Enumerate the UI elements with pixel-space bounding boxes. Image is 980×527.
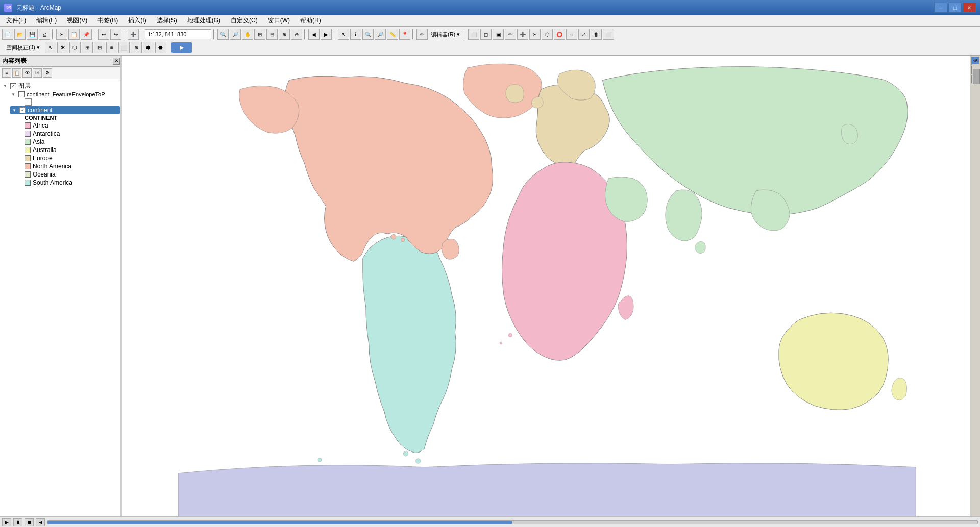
tb-info[interactable]: ℹ <box>350 29 361 40</box>
tb-cut[interactable]: ✂ <box>56 29 67 40</box>
legend-item-asia[interactable]: Asia <box>24 138 120 146</box>
africa-swatch <box>24 122 31 129</box>
tb-zoom-in[interactable]: 🔍 <box>217 29 229 40</box>
tb-print[interactable]: 🖨 <box>39 29 50 40</box>
bottom-btn-4[interactable]: ◀ <box>36 518 45 526</box>
tb-fixed-zoom-in[interactable]: ⊕ <box>279 29 290 40</box>
tb-more-8[interactable]: ⭕ <box>554 29 565 40</box>
spatial-correction-label[interactable]: 空间校正(J) ▾ <box>2 44 44 52</box>
tb-more-10[interactable]: ⤢ <box>578 29 590 40</box>
panel-tb-list-by-selection[interactable]: ☑ <box>33 68 42 78</box>
layers-root[interactable]: ▼ 图层 <box>2 81 120 91</box>
tb-more-4[interactable]: ✏ <box>505 29 516 40</box>
bottom-btn-1[interactable]: ▶ <box>2 518 11 526</box>
tb-more-1[interactable]: ⬜ <box>468 29 479 40</box>
menu-window[interactable]: 窗口(W) <box>264 15 294 26</box>
menu-edit[interactable]: 编辑(E) <box>32 15 61 26</box>
panel-tb-options[interactable]: ⚙ <box>43 68 52 78</box>
tb-more-7[interactable]: ⬡ <box>542 29 553 40</box>
legend-item-antarctica[interactable]: Antarctica <box>24 130 120 138</box>
continent-label: continent <box>28 107 53 114</box>
tb-undo[interactable]: ↩ <box>98 29 109 40</box>
tb-next-extent[interactable]: ▶ <box>321 29 332 40</box>
tb-more-3[interactable]: ▣ <box>493 29 504 40</box>
tb-more-6[interactable]: ✂ <box>529 29 541 40</box>
continent-legend: CONTINENT Africa Antarctica Asia <box>10 114 120 187</box>
tb-select[interactable]: ↖ <box>338 29 349 40</box>
menu-help[interactable]: 帮助(H) <box>296 15 325 26</box>
menu-insert[interactable]: 插入(I) <box>124 15 150 26</box>
layer-item-continent[interactable]: ▼ ✓ continent <box>10 106 120 114</box>
tb-zoom-full[interactable]: ⊞ <box>254 29 265 40</box>
minimize-button[interactable]: ─ <box>934 3 947 13</box>
menu-geoprocessing[interactable]: 地理处理(G) <box>183 15 225 26</box>
bottom-btn-3[interactable]: ⏹ <box>24 518 34 526</box>
tb-identify[interactable]: 🔍 <box>362 29 374 40</box>
tb-zoom-out[interactable]: 🔎 <box>230 29 241 40</box>
tb-spatial-7[interactable]: ⬜ <box>118 42 130 53</box>
tb-more-9[interactable]: ↔ <box>566 29 577 40</box>
tb-open[interactable]: 📂 <box>14 29 26 40</box>
tb-prev-extent[interactable]: ◀ <box>308 29 320 40</box>
scroll-thumb[interactable] <box>973 69 980 84</box>
legend-item-south-america[interactable]: South America <box>24 179 120 187</box>
tb-paste[interactable]: 📌 <box>81 29 92 40</box>
legend-item-oceania[interactable]: Oceania <box>24 170 120 179</box>
tb-more-5[interactable]: ➕ <box>517 29 528 40</box>
tb-more-12[interactable]: ⬜ <box>603 29 614 40</box>
tb-sep-9 <box>464 29 466 39</box>
legend-item-north-america[interactable]: North America <box>24 162 120 170</box>
tb-spatial-3[interactable]: ⬡ <box>69 42 81 53</box>
legend-item-africa[interactable]: Africa <box>24 121 120 130</box>
panel-resize-handle[interactable] <box>120 56 122 516</box>
tb-save[interactable]: 💾 <box>27 29 38 40</box>
tb-more-2[interactable]: ◻ <box>480 29 492 40</box>
feature-envelope-checkbox[interactable] <box>18 91 24 97</box>
tb-spatial-2[interactable]: ✱ <box>57 42 68 53</box>
legend-item-europe[interactable]: Europe <box>24 154 120 162</box>
tb-zoom-select[interactable]: ⊟ <box>266 29 278 40</box>
map-area[interactable] <box>122 56 972 516</box>
menu-view[interactable]: 视图(V) <box>63 15 91 26</box>
menu-bookmark[interactable]: 书签(B) <box>93 15 122 26</box>
panel-tb-list-by-drawing[interactable]: ≡ <box>2 68 11 78</box>
tb-spatial-9[interactable]: ⬢ <box>143 42 154 53</box>
scale-input[interactable] <box>145 29 211 39</box>
close-button[interactable]: ✕ <box>963 3 976 13</box>
layer-item-feature-envelope[interactable]: ▼ continent_FeatureEnvelopeToP <box>10 91 120 98</box>
tb-pan[interactable]: ✋ <box>242 29 253 40</box>
menu-select[interactable]: 选择(S) <box>153 15 181 26</box>
layers-checkbox[interactable] <box>10 83 16 89</box>
south-georgia-dot <box>318 458 322 462</box>
bottom-btn-2[interactable]: ⏸ <box>13 518 22 526</box>
legend-item-australia[interactable]: Australia <box>24 146 120 154</box>
tb-find[interactable]: 🔎 <box>375 29 386 40</box>
tb-goto-xy[interactable]: 📍 <box>399 29 410 40</box>
tb-spatial-10[interactable]: ⬣ <box>155 42 166 53</box>
scroll-track[interactable] <box>972 64 981 508</box>
editor-label: 编辑器(R) ▾ <box>429 31 462 38</box>
tb-spatial-6[interactable]: ≡ <box>106 42 117 53</box>
menu-customize[interactable]: 自定义(C) <box>227 15 262 26</box>
tb-editor[interactable]: ✏ <box>416 29 428 40</box>
feature-envelope-item[interactable] <box>24 98 120 106</box>
tb-measure[interactable]: 📏 <box>387 29 398 40</box>
tb-fixed-zoom-out[interactable]: ⊖ <box>291 29 302 40</box>
tb-more-11[interactable]: 🗑 <box>591 29 602 40</box>
tb-add-data[interactable]: ➕ <box>128 29 139 40</box>
restore-button[interactable]: □ <box>948 3 962 13</box>
panel-tb-list-by-source[interactable]: 📋 <box>12 68 21 78</box>
tb-redo[interactable]: ↪ <box>110 29 121 40</box>
tb-spatial-4[interactable]: ⊞ <box>82 42 93 53</box>
tb-copy[interactable]: 📋 <box>68 29 80 40</box>
tb-spatial-1[interactable]: ↖ <box>45 42 56 53</box>
continent-checkbox[interactable]: ✓ <box>19 107 26 113</box>
tb-special-btn[interactable]: ▶ <box>172 42 192 53</box>
panel-dock-btn[interactable]: ✕ <box>113 58 120 65</box>
menu-file[interactable]: 文件(F) <box>2 15 30 26</box>
panel-tb-list-by-visibility[interactable]: 👁 <box>22 68 32 78</box>
tb-spatial-5[interactable]: ⊟ <box>94 42 105 53</box>
title-bar: 🗺 无标题 - ArcMap ─ □ ✕ <box>0 0 980 15</box>
tb-new[interactable]: 📄 <box>2 29 13 40</box>
tb-spatial-8[interactable]: ⊕ <box>131 42 142 53</box>
